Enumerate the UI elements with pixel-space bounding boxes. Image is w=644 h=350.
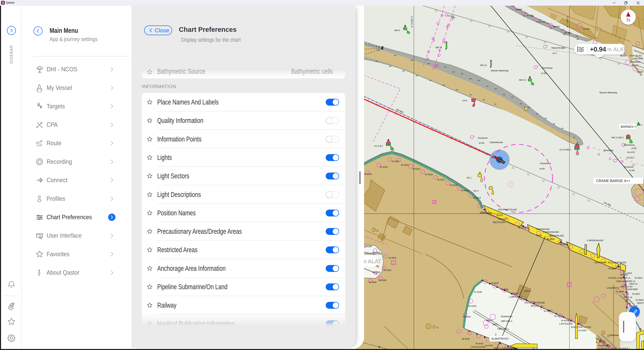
svg-text:Nr 6338: Nr 6338 bbox=[372, 271, 380, 274]
svg-text:Nr 6240: Nr 6240 bbox=[510, 347, 518, 349]
svg-text:EECV 1 ERTSZIJDE: EECV 1 ERTSZIJDE bbox=[571, 326, 591, 329]
svg-text:NW 9: NW 9 bbox=[394, 29, 400, 32]
svg-text:ch 3: ch 3 bbox=[552, 52, 557, 54]
svg-text:Europoort: Europoort bbox=[624, 166, 634, 168]
svg-text:HBR DBA 2: HBR DBA 2 bbox=[501, 320, 512, 322]
svg-text:Nr 6332: Nr 6332 bbox=[388, 257, 396, 259]
svg-text:Nr 6255: Nr 6255 bbox=[579, 329, 586, 332]
svg-text:Nr 931: Nr 931 bbox=[564, 31, 571, 34]
svg-text:NW 11: NW 11 bbox=[436, 46, 442, 49]
svg-text:Nr 6242: Nr 6242 bbox=[476, 342, 484, 345]
svg-text:WESTKADE: WESTKADE bbox=[480, 212, 492, 214]
svg-text:Nr 5861: Nr 5861 bbox=[620, 274, 628, 276]
svg-text:ch 66: ch 66 bbox=[479, 142, 484, 144]
svg-text:Nr 6315: Nr 6315 bbox=[461, 189, 469, 192]
svg-text:V MIDDENKADE: V MIDDENKADE bbox=[587, 239, 603, 242]
svg-text:4° 7.000' E: 4° 7.000' E bbox=[566, 16, 569, 27]
svg-text:Nr 6307: Nr 6307 bbox=[560, 243, 568, 245]
svg-text:ch 65: ch 65 bbox=[541, 72, 546, 74]
svg-text:Nr 933: Nr 933 bbox=[539, 20, 546, 23]
svg-text:Rozenburg: Rozenburg bbox=[624, 144, 634, 146]
svg-text:DBA 3: DBA 3 bbox=[599, 340, 605, 343]
svg-text:Calandkanaal: Calandkanaal bbox=[490, 141, 503, 143]
svg-text:Nr 927: Nr 927 bbox=[620, 54, 627, 57]
svg-text:Nr 6331: Nr 6331 bbox=[372, 251, 380, 254]
svg-text:EECV OOSTKADE: EECV OOSTKADE bbox=[608, 261, 626, 264]
svg-text:ADM LAADPIER 11: ADM LAADPIER 11 bbox=[616, 280, 635, 283]
svg-text:Dintelhaven: Dintelhaven bbox=[501, 315, 512, 318]
svg-text:Nieuwe Waterweg: Nieuwe Waterweg bbox=[491, 69, 508, 72]
svg-text:Nr 935: Nr 935 bbox=[516, 8, 522, 11]
svg-text:Nr 925: Nr 925 bbox=[636, 71, 643, 73]
svg-text:Nr 6308: Nr 6308 bbox=[547, 238, 554, 240]
svg-text:N: N bbox=[626, 17, 630, 22]
svg-text:Nr 6252: Nr 6252 bbox=[544, 310, 552, 312]
svg-text:NW 15: NW 15 bbox=[519, 79, 526, 81]
svg-text:LAADPIER 9: LAADPIER 9 bbox=[606, 287, 619, 289]
svg-text:CA 1-B 2: CA 1-B 2 bbox=[374, 145, 383, 147]
svg-text:Nr 6253: Nr 6253 bbox=[554, 315, 562, 317]
svg-text:LAADPIER 1: LAADPIER 1 bbox=[598, 344, 610, 347]
svg-text:Rozenburg: Rozenburg bbox=[542, 67, 552, 69]
svg-text:Nr 631: Nr 631 bbox=[496, 214, 503, 217]
svg-text:Nr 6320: Nr 6320 bbox=[401, 164, 409, 166]
svg-text:ALBATROS+: ALBATROS+ bbox=[491, 337, 509, 341]
svg-text:Nr 921: Nr 921 bbox=[636, 54, 642, 57]
svg-text:Nr 6251: Nr 6251 bbox=[531, 305, 539, 307]
svg-text:Nr 6243: Nr 6243 bbox=[462, 338, 470, 340]
svg-text:HBR DBA 1: HBR DBA 1 bbox=[498, 328, 509, 330]
svg-text:CA 8: CA 8 bbox=[462, 99, 467, 102]
svg-text:Nr 6321: Nr 6321 bbox=[392, 160, 399, 163]
svg-text:Nr 6340: Nr 6340 bbox=[369, 281, 376, 284]
svg-text:Breeddiep: Breeddiep bbox=[604, 149, 613, 152]
svg-text:Nr 926: Nr 926 bbox=[632, 64, 638, 66]
svg-text:Nr 5417: Nr 5417 bbox=[626, 156, 634, 159]
svg-text:OOSTKADE: OOSTKADE bbox=[594, 261, 606, 264]
svg-text:Nr 932: Nr 932 bbox=[553, 25, 560, 28]
svg-text:MIDDENKADE: MIDDENKADE bbox=[550, 234, 564, 237]
svg-text:1 ERTSZIJDE: 1 ERTSZIJDE bbox=[559, 323, 573, 325]
svg-text:Nr 6250: Nr 6250 bbox=[519, 298, 527, 300]
svg-text:Nr 5846: Nr 5846 bbox=[636, 299, 643, 301]
svg-text:WESTKADE: WESTKADE bbox=[493, 221, 505, 224]
svg-text:Maasentrance: Maasentrance bbox=[552, 46, 565, 49]
svg-text:RWS STG: RWS STG bbox=[633, 57, 643, 60]
svg-text:ch 65: ch 65 bbox=[631, 147, 636, 150]
svg-text:Nr 6339: Nr 6339 bbox=[378, 279, 386, 282]
svg-text:Europoort: Europoort bbox=[478, 137, 488, 139]
svg-text:Nr 6301 LAADPIER 11: Nr 6301 LAADPIER 11 bbox=[608, 277, 630, 279]
svg-text:NW 17-BD 2: NW 17-BD 2 bbox=[612, 136, 624, 139]
svg-text:Nr 6310: Nr 6310 bbox=[518, 226, 526, 229]
svg-text:Nr 6300: Nr 6300 bbox=[608, 267, 616, 270]
svg-text:Nr 6319: Nr 6319 bbox=[412, 168, 420, 170]
svg-text:Nr 6245: Nr 6245 bbox=[468, 305, 476, 307]
svg-text:EECV: EECV bbox=[524, 290, 530, 292]
svg-text:Nr 5859: Nr 5859 bbox=[616, 290, 624, 293]
svg-text:PIER 13: PIER 13 bbox=[624, 296, 632, 299]
svg-text:Nr 6333: Nr 6333 bbox=[384, 269, 391, 272]
svg-text:Calandkanaal: Calandkanaal bbox=[536, 228, 550, 230]
svg-text:ADM BIER: ADM BIER bbox=[627, 288, 638, 291]
svg-text:Nr 6254: Nr 6254 bbox=[561, 319, 569, 322]
svg-text:Nr 6323: Nr 6323 bbox=[364, 173, 372, 175]
svg-text:Nr 6330: Nr 6330 bbox=[364, 245, 372, 248]
svg-text:BARNES++: BARNES++ bbox=[621, 125, 636, 128]
svg-text:Berghaven: Berghaven bbox=[630, 61, 640, 63]
svg-text:EECV WESTKADE: EECV WESTKADE bbox=[498, 208, 517, 211]
svg-text:Nr 930: Nr 930 bbox=[583, 28, 590, 30]
svg-text:Nr 63: Nr 63 bbox=[536, 234, 542, 237]
svg-text:EECV 1 ERTSZIJDE: EECV 1 ERTSZIJDE bbox=[525, 302, 545, 304]
svg-text:2 KOLENZIJDE: 2 KOLENZIJDE bbox=[470, 346, 486, 348]
svg-text:STG: STG bbox=[630, 54, 634, 57]
svg-text:Nr 6302: Nr 6302 bbox=[634, 277, 642, 279]
svg-text:DBA 1: DBA 1 bbox=[492, 323, 499, 326]
svg-text:Rozenburg: Rozenburg bbox=[540, 162, 551, 165]
svg-text:Nr 6248: Nr 6248 bbox=[500, 288, 508, 291]
svg-text:m ALAT: m ALAT bbox=[362, 258, 381, 264]
svg-text:Nr 6244: Nr 6244 bbox=[463, 316, 471, 318]
svg-text:ZEESTG BU: ZEESTG BU bbox=[620, 285, 632, 288]
svg-text:DBA 2: DBA 2 bbox=[486, 319, 493, 322]
svg-text:Nr 6316: Nr 6316 bbox=[450, 184, 458, 186]
svg-text:NW 13: NW 13 bbox=[480, 64, 487, 66]
svg-text:EECV W: EECV W bbox=[498, 218, 507, 220]
